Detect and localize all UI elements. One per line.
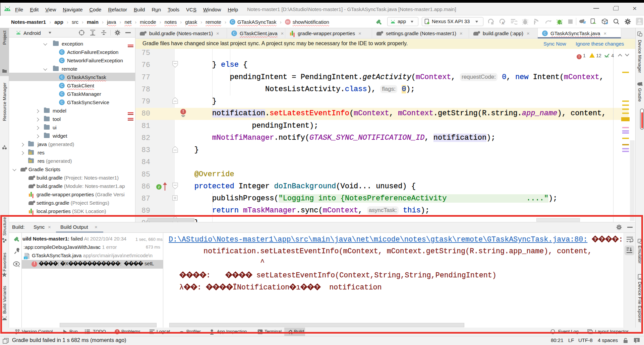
svg-text:A: A [502,21,504,25]
